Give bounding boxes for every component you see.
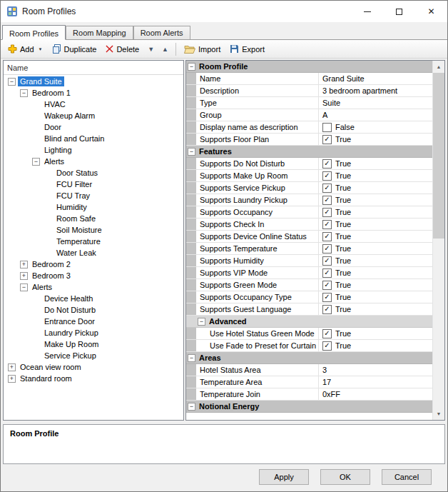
tree-item-room-safe[interactable]: Room Safe (54, 214, 98, 224)
import-button[interactable]: Import (180, 41, 225, 57)
property-value[interactable]: 0xFF (319, 388, 432, 400)
property-value[interactable]: ✓True (319, 340, 432, 352)
add-button[interactable]: Add ▼ (4, 41, 47, 57)
checkbox-checked-icon[interactable]: ✓ (322, 305, 332, 314)
tree-item-alerts[interactable]: Alerts (42, 156, 66, 166)
tree-item-make-up-room[interactable]: Make Up Room (42, 339, 101, 349)
tree-item-hvac[interactable]: HVAC (42, 99, 68, 109)
collapse-toggle-icon[interactable]: − (188, 403, 195, 411)
property-value[interactable]: A (319, 109, 432, 121)
duplicate-button[interactable]: Duplicate (48, 41, 101, 57)
collapse-toggle-icon[interactable]: − (20, 283, 28, 291)
tree-item-bedroom-1[interactable]: Bedroom 1 (30, 88, 73, 98)
collapse-toggle-icon[interactable]: − (32, 158, 40, 166)
property-value[interactable]: ✓True (319, 303, 432, 316)
tree-item-do-not-disturb[interactable]: Do Not Disturb (42, 305, 98, 315)
property-value[interactable]: ✓True (319, 134, 432, 146)
apply-button[interactable]: Apply (259, 469, 309, 485)
property-value[interactable]: ✓True (319, 158, 432, 170)
property-label[interactable]: Group (196, 109, 319, 121)
checkbox-checked-icon[interactable]: ✓ (322, 329, 332, 338)
maximize-button[interactable] (383, 1, 415, 22)
checkbox-checked-icon[interactable]: ✓ (322, 256, 332, 266)
checkbox-checked-icon[interactable]: ✓ (322, 135, 332, 144)
tree-column-header[interactable]: Name (4, 61, 183, 75)
property-value[interactable]: ✓True (319, 170, 432, 182)
property-value[interactable]: ✓True (319, 231, 432, 243)
property-label[interactable]: Supports Floor Plan (196, 134, 319, 145)
checkbox-checked-icon[interactable]: ✓ (322, 171, 332, 181)
collapse-toggle-icon[interactable]: − (198, 318, 205, 326)
move-up-button[interactable]: ▲ (158, 41, 172, 57)
ok-button[interactable]: OK (320, 469, 370, 485)
add-dropdown-icon[interactable]: ▼ (39, 47, 43, 51)
tree-item-temperature[interactable]: Temperature (54, 236, 103, 246)
tree-item-door[interactable]: Door (42, 122, 63, 132)
property-label[interactable]: Temperature Area (196, 376, 319, 388)
tree-item-laundry-pickup[interactable]: Laundry Pickup (42, 328, 101, 338)
property-value[interactable]: 17 (319, 376, 432, 388)
tree-item-alerts[interactable]: Alerts (30, 282, 54, 292)
tree-item-standard-room[interactable]: Standard room (18, 373, 74, 383)
property-label[interactable]: Supports Guest Language (196, 303, 319, 315)
property-value[interactable]: ✓True (319, 194, 432, 206)
property-value[interactable]: ✓True (319, 243, 432, 255)
property-value[interactable]: ✓True (319, 291, 432, 303)
property-label[interactable]: Use Hotel Status Green Mode (196, 328, 319, 339)
property-value[interactable]: Suite (319, 97, 432, 109)
scrollbar-thumb[interactable] (433, 73, 444, 239)
property-label[interactable]: Supports Do Not Disturb (196, 158, 319, 169)
property-label[interactable]: Description (196, 85, 319, 96)
collapse-toggle-icon[interactable]: − (188, 148, 195, 156)
checkbox-checked-icon[interactable]: ✓ (322, 341, 332, 351)
expand-toggle-icon[interactable]: + (20, 261, 28, 268)
property-label[interactable]: Supports Laundry Pickup (196, 194, 319, 206)
property-value[interactable]: ✓True (319, 279, 432, 291)
collapse-toggle-icon[interactable]: − (188, 63, 195, 71)
property-label[interactable]: Hotel Status Area (196, 364, 319, 376)
tree-item-lighting[interactable]: Lighting (42, 145, 74, 155)
expand-toggle-icon[interactable]: + (8, 375, 16, 383)
tree-item-humidity[interactable]: Humidity (54, 202, 89, 212)
tree-item-fcu-filter[interactable]: FCU Filter (54, 179, 94, 189)
collapse-toggle-icon[interactable]: − (8, 78, 16, 86)
move-down-button[interactable]: ▼ (144, 41, 158, 57)
property-label[interactable]: Supports Device Online Status (196, 231, 319, 242)
property-label[interactable]: Supports Service Pickup (196, 182, 319, 194)
property-value[interactable]: ✓True (319, 206, 432, 219)
checkbox-checked-icon[interactable]: ✓ (322, 281, 332, 290)
tree-item-bedroom-3[interactable]: Bedroom 3 (30, 271, 73, 281)
vertical-scrollbar[interactable]: ▲ ▼ (432, 61, 444, 420)
property-label[interactable]: Supports Occupancy Type (196, 291, 319, 303)
scroll-up-icon[interactable]: ▲ (433, 61, 444, 73)
tree-item-ocean-view-room[interactable]: Ocean view room (18, 362, 83, 372)
property-label[interactable]: Name (196, 73, 319, 84)
tree-item-bedroom-2[interactable]: Bedroom 2 (30, 259, 73, 269)
property-value[interactable]: Grand Suite (319, 73, 432, 84)
checkbox-checked-icon[interactable]: ✓ (322, 232, 332, 241)
property-label[interactable]: Supports VIP Mode (196, 267, 319, 278)
tree-item-door-status[interactable]: Door Status (54, 168, 100, 178)
checkbox-checked-icon[interactable]: ✓ (322, 159, 332, 169)
export-button[interactable]: Export (225, 41, 269, 57)
collapse-toggle-icon[interactable]: − (188, 354, 195, 362)
checkbox-unchecked-icon[interactable] (322, 123, 332, 132)
tree-item-grand-suite[interactable]: Grand Suite (18, 76, 64, 86)
checkbox-checked-icon[interactable]: ✓ (322, 293, 332, 302)
property-value[interactable]: False (319, 121, 432, 134)
expand-toggle-icon[interactable]: + (20, 272, 28, 280)
property-label[interactable]: Supports Green Mode (196, 279, 319, 291)
minimize-button[interactable] (351, 1, 383, 22)
property-value[interactable]: ✓True (319, 328, 432, 340)
checkbox-checked-icon[interactable]: ✓ (322, 208, 332, 217)
tree-item-service-pickup[interactable]: Service Pickup (42, 351, 98, 361)
checkbox-checked-icon[interactable]: ✓ (322, 184, 332, 193)
close-button[interactable]: ✕ (415, 1, 447, 22)
scrollbar-track[interactable] (433, 239, 444, 408)
property-label[interactable]: Use Fade to Preset for Curtain (196, 340, 319, 351)
checkbox-checked-icon[interactable]: ✓ (322, 268, 332, 278)
property-label[interactable]: Supports Occupancy (196, 206, 319, 218)
property-value[interactable]: 3 (319, 364, 432, 376)
tab-room-profiles[interactable]: Room Profiles (2, 25, 66, 40)
checkbox-checked-icon[interactable]: ✓ (322, 244, 332, 253)
